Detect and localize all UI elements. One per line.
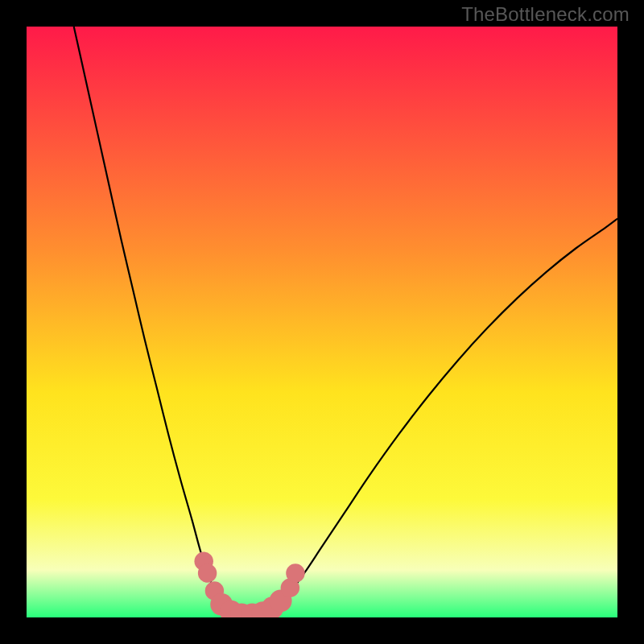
chart-frame: TheBottleneck.com: [0, 0, 644, 644]
bead: [198, 564, 217, 582]
bead: [286, 564, 304, 582]
gradient-bg: [27, 27, 617, 617]
plot-area: [27, 27, 617, 617]
watermark-text: TheBottleneck.com: [461, 3, 630, 26]
plot-svg: [27, 27, 617, 617]
